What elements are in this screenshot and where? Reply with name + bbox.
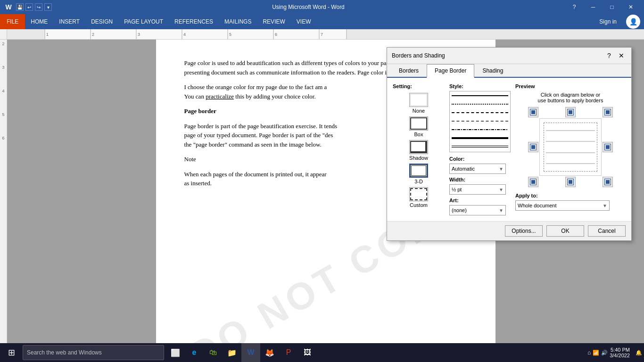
powerpoint-button[interactable]: P: [279, 343, 298, 362]
art-dropdown[interactable]: (none) ▼: [449, 205, 506, 215]
svg-text:3: 3: [138, 32, 140, 37]
start-button[interactable]: ⊞: [2, 343, 21, 362]
tab-insert[interactable]: INSERT: [53, 14, 85, 29]
ruler-scale: 1 2 3 4 5 6 7: [7, 29, 644, 39]
notification-icon[interactable]: 🔔: [636, 350, 642, 356]
preview-bottom-button[interactable]: [565, 177, 576, 187]
tab-file[interactable]: FILE: [0, 14, 25, 29]
style-dashed1[interactable]: [450, 108, 510, 117]
color-label: Color:: [449, 156, 511, 162]
svg-text:6: 6: [275, 32, 277, 37]
setting-shadow[interactable]: Shadow: [393, 140, 445, 161]
setting-custom-label: Custom: [410, 202, 428, 208]
preview-right-button[interactable]: [603, 142, 613, 152]
preview-left-button[interactable]: [528, 142, 538, 152]
quick-access-toolbar: 💾 ↩ ↪ ▾: [16, 3, 52, 11]
apply-dropdown-arrow: ▼: [603, 203, 607, 208]
ruler-num-3: 3: [2, 65, 4, 70]
ruler-num-4: 4: [2, 89, 4, 93]
none-border-icon: [410, 94, 427, 106]
undo-icon[interactable]: ↩: [25, 3, 33, 11]
redo-icon[interactable]: ↪: [35, 3, 42, 11]
close-button[interactable]: ✕: [621, 0, 640, 14]
network-icon[interactable]: 📶: [593, 350, 599, 356]
preview-box: [539, 118, 602, 176]
width-dropdown[interactable]: ½ pt ▼: [449, 184, 506, 195]
sign-in-button[interactable]: Sign in: [594, 18, 622, 25]
tab-home[interactable]: HOME: [25, 14, 53, 29]
preview-corner-tr-button[interactable]: [603, 107, 613, 117]
style-solid[interactable]: [450, 91, 510, 100]
horizontal-ruler: 1 2 3 4 5 6 7: [0, 29, 644, 40]
dialog-tab-borders[interactable]: Borders: [391, 64, 427, 78]
minimize-button[interactable]: ─: [584, 0, 603, 14]
preview-area: [528, 107, 613, 187]
help-button[interactable]: ?: [565, 0, 584, 14]
firefox-button[interactable]: 🦊: [260, 343, 279, 362]
title-bar: W 💾 ↩ ↪ ▾ Using Microsoft Word - Word ? …: [0, 0, 644, 14]
color-dropdown[interactable]: Automatic ▼: [449, 164, 506, 174]
date-display: 3/4/2022: [610, 353, 630, 358]
tab-page-layout[interactable]: PAGE LAYOUT: [118, 14, 169, 29]
preview-corner-tl-button[interactable]: [528, 107, 538, 117]
borders-and-shading-dialog[interactable]: Borders and Shading ? ✕ Borders Page Bor…: [387, 47, 632, 241]
tab-design[interactable]: DESIGN: [85, 14, 118, 29]
ruler-corner: [0, 29, 7, 39]
edge-button[interactable]: e: [185, 343, 204, 362]
style-double[interactable]: [450, 142, 510, 151]
shadow-border-icon: [410, 141, 427, 153]
volume-icon[interactable]: 🔊: [601, 350, 608, 356]
cancel-button[interactable]: Cancel: [588, 225, 626, 237]
setting-box[interactable]: Box: [393, 116, 445, 137]
style-thick[interactable]: [450, 134, 510, 142]
tab-references[interactable]: REFERENCES: [169, 14, 219, 29]
svg-text:1: 1: [46, 32, 49, 37]
style-dashed2[interactable]: [450, 117, 510, 125]
preview-corner-bl-button[interactable]: [528, 177, 538, 187]
apply-label: Apply to:: [515, 193, 626, 198]
apply-dropdown[interactable]: Whole document ▼: [515, 200, 610, 211]
files-button[interactable]: 📁: [223, 343, 241, 362]
tab-mailings[interactable]: MAILINGS: [219, 14, 257, 29]
ok-button[interactable]: OK: [546, 225, 584, 237]
ribbon-tab-bar: FILE HOME INSERT DESIGN PAGE LAYOUT REFE…: [0, 14, 644, 29]
dialog-tab-page-border[interactable]: Page Border: [427, 64, 474, 78]
task-view-button[interactable]: ⬜: [166, 343, 185, 362]
preview-column: Preview Click on diagram below oruse but…: [515, 83, 626, 215]
save-icon[interactable]: 💾: [16, 3, 24, 11]
style-dash-dot[interactable]: [450, 125, 510, 134]
tr-button-icon: [604, 109, 611, 115]
clock[interactable]: 5:40 PM 3/4/2022: [610, 347, 634, 358]
setting-3d[interactable]: 3-D: [393, 164, 445, 184]
word-taskbar-button[interactable]: W: [241, 343, 260, 362]
style-dotted[interactable]: [450, 100, 510, 108]
dialog-close-button[interactable]: ✕: [616, 50, 627, 61]
time-display: 5:40 PM: [611, 347, 630, 353]
style-list[interactable]: [449, 91, 511, 152]
customize-icon[interactable]: ▾: [44, 3, 52, 11]
setting-none[interactable]: None: [393, 93, 445, 114]
preview-corner-br-button[interactable]: [603, 177, 613, 187]
dialog-tab-shading[interactable]: Shading: [474, 64, 511, 78]
store-button[interactable]: 🛍: [204, 343, 223, 362]
preview-top-button[interactable]: [565, 107, 576, 117]
preview-line-4: [546, 163, 595, 164]
ruler-num-2: 2: [2, 41, 4, 46]
tab-review[interactable]: REVIEW: [257, 14, 290, 29]
word-logo-icon: W: [4, 2, 13, 12]
custom-border-icon: [410, 188, 427, 200]
tab-view[interactable]: VIEW: [291, 14, 317, 29]
system-tray[interactable]: ⌂: [587, 349, 591, 356]
taskbar-search[interactable]: Search the web and Windows: [23, 345, 164, 360]
setting-custom[interactable]: Custom: [393, 187, 445, 208]
bl-button-icon: [530, 179, 537, 185]
restore-button[interactable]: □: [603, 0, 621, 14]
dialog-help-button[interactable]: ?: [604, 50, 614, 61]
preview-line-1: [546, 130, 595, 131]
photos-button[interactable]: 🖼: [298, 343, 317, 362]
art-section: Art: (none) ▼: [449, 197, 511, 215]
left-button-icon: [530, 144, 537, 150]
options-button[interactable]: Options...: [505, 225, 543, 237]
user-avatar[interactable]: 👤: [626, 15, 640, 29]
preview-page-border: [544, 123, 597, 172]
